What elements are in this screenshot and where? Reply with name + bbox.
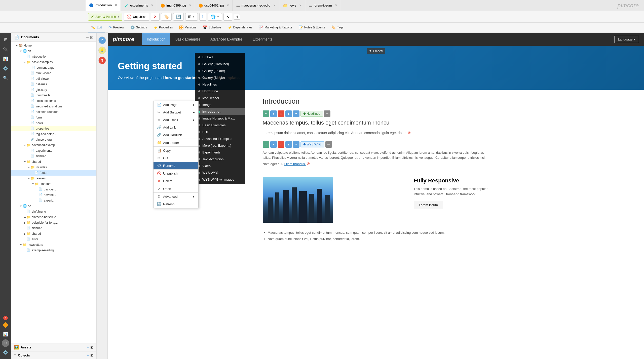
tree-item-includes[interactable]: ▼ 📁 includes (11, 165, 96, 170)
tool-embed[interactable]: Embed (195, 54, 245, 61)
tab-experiments[interactable]: 🧪 experiments ✕ (121, 0, 157, 11)
nav-item-advanced[interactable]: Advanced Examples (205, 33, 248, 45)
nav-config-icon[interactable]: ⚙️ (1, 348, 10, 356)
tree-item-form[interactable]: 📄 form (11, 115, 96, 120)
wysiwyg-link[interactable]: Etiam rhoncus. (284, 162, 306, 166)
tree-toggle-advanced[interactable]: ▼ (23, 144, 27, 147)
assets-add-icon[interactable]: + (87, 345, 89, 349)
refresh-tool-btn[interactable]: ↺ (98, 36, 106, 44)
tree-item-tag-snipp[interactable]: 📄 tag-and-snipp... (11, 131, 96, 137)
preview-tab[interactable]: 👁 Preview (105, 23, 127, 32)
tree-item-einfuhrung[interactable]: 📄 einfuhrung (11, 209, 96, 214)
nav-item-basic[interactable]: Basic Examples (170, 33, 206, 45)
tree-item-advanc[interactable]: 📄 advanc... (11, 192, 96, 198)
tree-item-experiments[interactable]: 📄 experiments (11, 148, 96, 153)
ctx-unpublish[interactable]: 🚫 Unpublish (154, 169, 198, 177)
ctx-advanced[interactable]: ⚙ Advanced ▶ (154, 192, 198, 200)
ctx-cut[interactable]: ✂ Cut (154, 154, 198, 162)
tab-introduction-close[interactable]: ✕ (115, 4, 117, 7)
tree-item-shared-de[interactable]: ▶ 📁 shared (11, 231, 96, 236)
tree-item-de[interactable]: ▼ 🌐 de (11, 203, 96, 209)
headlines-label-btn[interactable]: ✚ Headlines (300, 111, 323, 117)
tree-toggle-de[interactable]: ▼ (19, 205, 23, 208)
tree-toggle-shared[interactable]: ▼ (23, 161, 27, 163)
tree-item-social[interactable]: 📄 social-contents (11, 98, 96, 104)
tree-item-einfache[interactable]: ▶ 📁 einfache-beispiele (11, 214, 96, 220)
settings-tab[interactable]: ⚙️ Settings (127, 23, 150, 32)
wysiwyg-dropdown-btn[interactable]: ▼ (270, 141, 277, 148)
tool-experiments[interactable]: Experiments (195, 149, 245, 156)
tool-wysiwyg[interactable]: WYSIWYG (195, 169, 245, 176)
tree-item-standard[interactable]: ▼ 📁 standard (11, 181, 96, 187)
reload-button[interactable]: 🏷️ (161, 13, 172, 21)
versions-tab[interactable]: 🔀 Versions (176, 23, 199, 32)
schedule-tab[interactable]: 📅 Schedule (200, 23, 224, 32)
ctx-add-email[interactable]: ✉ Add Email ▶ (154, 116, 198, 124)
ctx-rename[interactable]: 🏷 Rename (154, 162, 198, 169)
tool-gallery-carousel[interactable]: Gallery (Carousel) (195, 61, 245, 67)
diamond-icon[interactable] (2, 321, 9, 329)
sidebar-expand-icon[interactable]: ◱ (90, 35, 93, 39)
tree-item-newsletters[interactable]: ▼ 📁 newsletters (11, 242, 96, 248)
nav-bar-chart-icon[interactable]: 📊 (1, 330, 10, 338)
tool-wysiwyg-images[interactable]: WYSIWYG w. Images (195, 176, 245, 183)
ctx-add-page[interactable]: 📄 Add Page ▶ (154, 101, 198, 108)
tree-item-glossary[interactable]: 📄 glossary (11, 87, 96, 93)
wysiwyg-add-btn[interactable]: + (263, 141, 269, 148)
tool-icon-teaser[interactable]: Icon Teaser (195, 95, 245, 101)
ctx-add-folder[interactable]: 📁 Add Folder (154, 139, 198, 146)
tool-gallery-folder[interactable]: Gallery (Folder) (195, 67, 245, 74)
nav-grid-icon[interactable]: ⊞ (1, 35, 10, 44)
objects-add-icon[interactable]: + (87, 353, 89, 357)
tree-toggle-en[interactable]: ▼ (19, 50, 23, 53)
tree-item-website-translations[interactable]: 📄 website-translations (11, 104, 96, 109)
cursor-button[interactable]: ↖ (223, 13, 232, 21)
tree-item-teasers[interactable]: ▼ 📁 teasers (11, 176, 96, 181)
lorem-ipsum-button[interactable]: Lorem ipsum (414, 201, 443, 209)
tree-item-experi[interactable]: 📄 experi... (11, 198, 96, 203)
trash-tool-btn[interactable]: 🗑 (98, 57, 106, 64)
tool-text-accordion[interactable]: Text Accordion (195, 156, 245, 163)
refresh-circle-button[interactable]: 🔄 (173, 13, 184, 21)
tool-introduction[interactable]: Introduction (195, 108, 245, 115)
nav-search-icon[interactable]: 🔍 (1, 73, 10, 82)
tree-item-sidebar-adv[interactable]: 📄 sidebar (11, 153, 96, 159)
ctx-add-hardlink[interactable]: 🔗 Add Hardlink (154, 131, 198, 139)
save-publish-button[interactable]: ✔ Save & Publish ▼ (88, 13, 122, 21)
nav-item-introduction[interactable]: Introduction (142, 33, 170, 45)
tool-pdf[interactable]: PDF (195, 129, 245, 135)
tab-news[interactable]: 📁 news ✕ (279, 0, 305, 11)
edit-tab[interactable]: ✏️ Edit (88, 23, 105, 32)
sidebar-objects[interactable]: ≡ Objects + ◱ (11, 351, 96, 359)
edit-pencil-btn[interactable]: ✏ (324, 110, 330, 117)
ctx-copy[interactable]: 📋 Copy (154, 146, 198, 154)
tool-video[interactable]: Video (195, 163, 245, 169)
ctx-add-link[interactable]: 🔗 Add Link (154, 124, 198, 131)
tree-item-footer[interactable]: 📄 footer (11, 170, 96, 176)
tree-item-basic-e[interactable]: 📄 basic-e... (11, 187, 96, 192)
tree-item-pdf-viewer[interactable]: 📄 pdf-viewer (11, 76, 96, 82)
tree-toggle-includes[interactable]: ▼ (27, 166, 31, 169)
tab-maecenas-close[interactable]: ✕ (273, 4, 276, 7)
tool-gallery-single[interactable]: Gallery (Single) (195, 74, 245, 81)
unpublish-button[interactable]: 🚫 Unpublish (124, 13, 149, 21)
tab-img0399[interactable]: 🟠 img_0399.jpg ✕ (157, 0, 195, 11)
wysiwyg-down-btn[interactable]: ▼ (293, 141, 299, 148)
tree-item-pimcore-org[interactable]: 🔗 pimcore.org (11, 137, 96, 142)
wysiwyg-remove-btn[interactable]: × (278, 141, 284, 148)
tree-item-properties[interactable]: 📄 properties (11, 126, 96, 131)
tab-news-close[interactable]: ✕ (299, 4, 301, 7)
tree-item-error[interactable]: 📄 error (11, 236, 96, 242)
tree-item-sidebar-de[interactable]: 📄 sidebar (11, 225, 96, 231)
tool-more-experi[interactable]: More (real Experi...) (195, 142, 245, 149)
move-up-btn[interactable]: ▲ (285, 110, 292, 117)
wysiwyg-label-btn[interactable]: ✚ WYSIWYG (300, 141, 324, 147)
tab-lorem-ipsum[interactable]: ▬ lorem-ipsum ✕ (305, 0, 341, 11)
tree-item-example-mailing[interactable]: 📄 example-mailing (11, 248, 96, 253)
properties-tab[interactable]: ⚡ Properties (150, 23, 176, 32)
nav-plug-icon[interactable]: 🔌 (1, 45, 10, 53)
tree-toggle-basic[interactable]: ▼ (23, 61, 27, 64)
sidebar-collapse-icon[interactable]: ─ (86, 35, 89, 39)
tree-item-thumbnails[interactable]: 📄 thumbnails (11, 93, 96, 98)
nav-gear-icon[interactable]: ⚙️ (1, 64, 10, 72)
